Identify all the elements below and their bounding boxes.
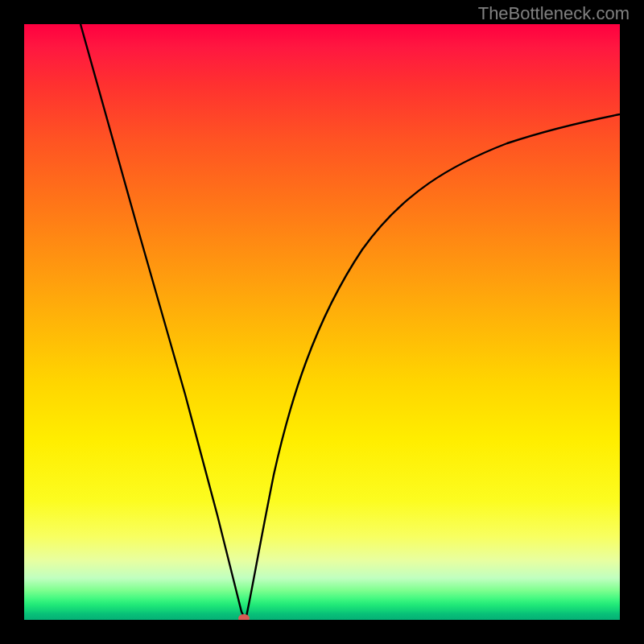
watermark-text: TheBottleneck.com (478, 3, 630, 24)
minimum-marker (238, 614, 250, 620)
curve-left-branch (80, 24, 246, 620)
curve-right-branch (246, 114, 620, 620)
plot-area (24, 24, 620, 620)
curve-svg (24, 24, 620, 620)
